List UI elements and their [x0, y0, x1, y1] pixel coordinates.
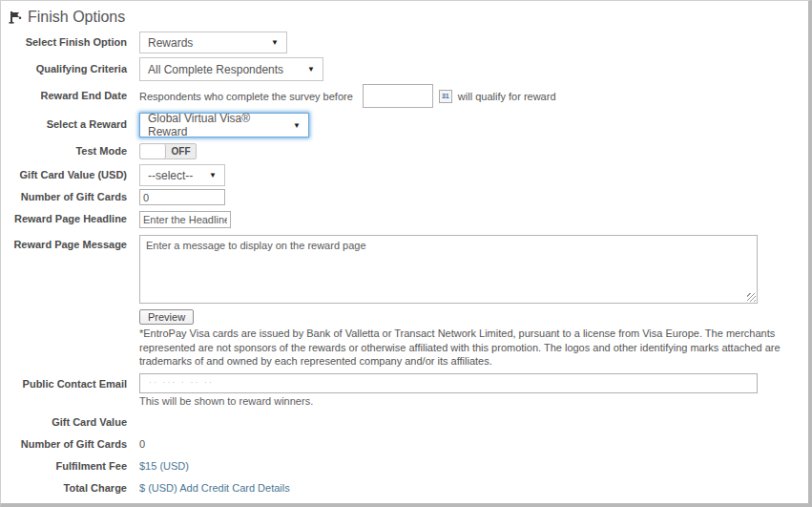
- public-contact-email-input[interactable]: [139, 373, 758, 393]
- chevron-down-icon: ▼: [271, 38, 279, 47]
- select-a-reward-dropdown[interactable]: Global Virtual Visa® Reward ▼: [139, 113, 309, 137]
- row-reward-end-date: Reward End Date Respondents who complete…: [1, 84, 808, 108]
- row-public-contact-email: Public Contact Email ·· ··· · ·· ·· This…: [1, 373, 808, 407]
- reward-page-headline-input[interactable]: [139, 211, 231, 228]
- test-mode-toggle[interactable]: OFF: [139, 143, 197, 159]
- row-select-finish-option: Select Finish Option Rewards ▼: [1, 32, 808, 53]
- public-contact-email-help: This will be shown to reward winners.: [139, 395, 758, 407]
- summary-number-of-gift-cards-label: Number of Gift Cards: [1, 437, 127, 451]
- gift-card-value-dropdown[interactable]: --select-- ▼: [139, 164, 225, 186]
- gift-card-value-label: Gift Card Value (USD): [1, 169, 127, 181]
- row-reward-page-message: Reward Page Message: [1, 235, 808, 304]
- chevron-down-icon: ▼: [307, 65, 315, 74]
- qualifying-criteria-label: Qualifying Criteria: [1, 63, 127, 75]
- entropay-disclaimer-text: *EntroPay Visa cards are issued by Bank …: [139, 327, 807, 369]
- row-select-a-reward: Select a Reward Global Virtual Visa® Rew…: [1, 113, 808, 137]
- reward-page-message-label: Reward Page Message: [1, 235, 127, 251]
- row-gift-card-value: Gift Card Value (USD) --select-- ▼: [1, 164, 808, 186]
- summary-row-total-charge: Total Charge $ (USD) Add Credit Card Det…: [1, 481, 808, 495]
- page-header: Finish Options: [1, 1, 808, 26]
- row-test-mode: Test Mode OFF: [1, 143, 808, 159]
- agreement-row: ✓ I agree to the Terms of Service: [139, 502, 808, 507]
- toggle-handle: [140, 144, 166, 158]
- summary-gift-card-value-label: Gift Card Value: [1, 415, 127, 429]
- gift-card-value-selected: --select--: [148, 169, 193, 182]
- finish-flag-icon: [9, 11, 22, 24]
- select-a-reward-label: Select a Reward: [1, 118, 127, 131]
- public-contact-email-label: Public Contact Email: [1, 373, 127, 391]
- summary-total-charge-label: Total Charge: [1, 481, 127, 495]
- add-credit-card-details-link[interactable]: Add Credit Card Details: [179, 482, 290, 494]
- test-mode-state: OFF: [166, 144, 196, 158]
- summary-fulfilment-fee-label: Fulfilment Fee: [1, 459, 127, 473]
- page-title: Finish Options: [28, 9, 125, 26]
- reward-end-date-prefix: Respondents who complete the survey befo…: [139, 91, 353, 102]
- summary-row-fulfilment-fee: Fulfilment Fee $15 (USD): [1, 459, 808, 473]
- reward-end-date-suffix: will qualify for reward: [458, 91, 556, 102]
- number-of-gift-cards-input[interactable]: [139, 189, 225, 205]
- reward-end-date-label: Reward End Date: [1, 90, 127, 102]
- select-finish-option-label: Select Finish Option: [1, 36, 127, 49]
- chevron-down-icon: ▼: [293, 121, 301, 130]
- summary-number-of-gift-cards: 0: [139, 438, 145, 450]
- summary-total-charge-value: $ (USD): [139, 482, 177, 494]
- calendar-icon[interactable]: 31: [439, 90, 452, 103]
- reward-page-headline-label: Reward Page Headline: [1, 213, 127, 225]
- qualifying-criteria-value: All Complete Respondents: [148, 63, 283, 76]
- summary-row-gift-card-value: Gift Card Value: [1, 415, 808, 429]
- preview-button[interactable]: Preview: [139, 309, 194, 325]
- select-finish-option-value: Rewards: [148, 36, 193, 50]
- select-a-reward-value: Global Virtual Visa® Reward: [148, 112, 283, 138]
- chevron-down-icon: ▼: [209, 171, 217, 180]
- row-reward-page-headline: Reward Page Headline: [1, 211, 808, 228]
- terms-checkbox[interactable]: ✓: [139, 503, 152, 507]
- qualifying-criteria-dropdown[interactable]: All Complete Respondents ▼: [139, 57, 323, 81]
- summary-fulfilment-fee: $15 (USD): [139, 460, 189, 472]
- reward-page-message-textarea[interactable]: [139, 235, 758, 304]
- select-finish-option-dropdown[interactable]: Rewards ▼: [139, 32, 287, 53]
- test-mode-label: Test Mode: [1, 145, 127, 158]
- reward-end-date-input[interactable]: [363, 84, 433, 108]
- summary-total-charge: $ (USD) Add Credit Card Details: [139, 482, 290, 494]
- terms-of-service-link[interactable]: Terms of Service: [234, 502, 325, 507]
- row-qualifying-criteria: Qualifying Criteria All Complete Respond…: [1, 57, 808, 81]
- number-of-gift-cards-label: Number of Gift Cards: [1, 191, 127, 203]
- summary-row-number-of-gift-cards: Number of Gift Cards 0: [1, 437, 808, 451]
- row-number-of-gift-cards: Number of Gift Cards: [1, 189, 808, 205]
- agreement-text: I agree to the: [158, 502, 230, 507]
- finish-options-panel: Finish Options Select Finish Option Rewa…: [0, 0, 812, 507]
